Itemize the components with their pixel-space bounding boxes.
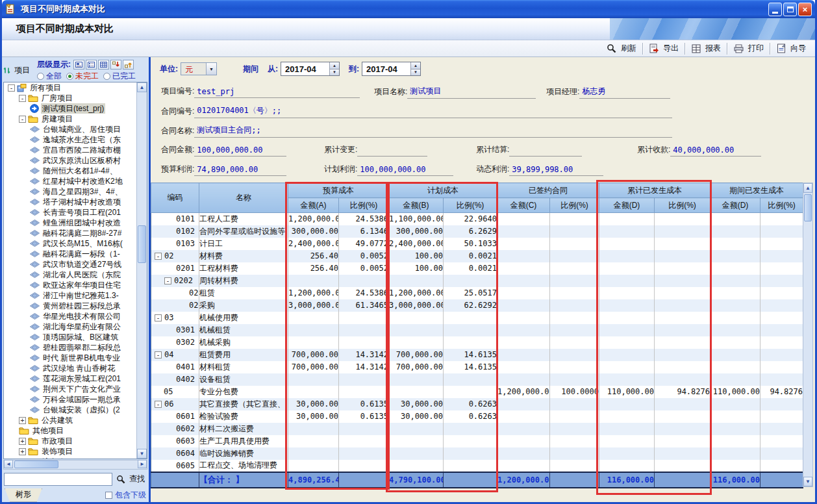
table-row[interactable]: 0103计日工2,400,000.0049.07722,400,000.0050… (151, 238, 803, 250)
table-row[interactable]: 0201工程材料费256.400.0052100.000.0021 (151, 262, 803, 275)
scroll-thumb[interactable] (804, 194, 812, 221)
collapse-icon[interactable]: - (8, 84, 15, 92)
period-to-spinner[interactable]: 2017-04 ▲▼ (362, 62, 421, 76)
expand-icon[interactable]: + (19, 417, 26, 424)
tree-item[interactable]: 黄州碧桂园三标段总承 (4, 301, 136, 311)
col-header-amount-a[interactable]: 金额(A) (288, 198, 339, 213)
spin-up-icon[interactable]: ▲ (411, 62, 420, 69)
col-header-ratio-d2[interactable]: 比例(%) (760, 198, 803, 213)
table-row[interactable]: 05专业分包费1,200,000.00100.0000110,000.0094.… (151, 386, 803, 398)
tree-item[interactable]: 测试项目(test_prj) (4, 103, 136, 114)
tree-item[interactable]: 莲花湖东景城工程(201 (4, 373, 136, 384)
radio-1[interactable] (66, 73, 73, 80)
refresh-projects-icon[interactable] (3, 66, 10, 75)
project-search-input[interactable] (4, 473, 112, 486)
tree-item[interactable]: +装饰项目 (4, 446, 136, 457)
report-button[interactable]: 报表 (686, 42, 726, 55)
tree-item[interactable]: 湖北省人民医院（东院 (4, 270, 136, 280)
tree-item[interactable]: 顶琇国际城、B区建筑 (4, 332, 136, 342)
tree-item[interactable]: 台银城安装（虚拟）(2 (4, 405, 136, 415)
group-header-contract[interactable]: 已签约合同 (497, 183, 599, 198)
tree-view-icon[interactable] (73, 60, 84, 69)
table-row[interactable]: -03机械使用费 (151, 312, 803, 324)
tree-item[interactable]: 武汉市轨道交通27号线 (4, 259, 136, 270)
collapse-icon[interactable]: - (164, 277, 171, 284)
tree-item[interactable]: 长青壹号项目工程(201 (4, 207, 136, 218)
spin-up-icon[interactable]: ▲ (330, 62, 339, 69)
col-header-code[interactable]: 编码 (151, 183, 199, 213)
tree-item[interactable]: 逸城茶水生态住宅（东 (4, 134, 136, 145)
tree-item[interactable]: -厂房项目 (4, 93, 136, 103)
tree-item[interactable]: 武汉绿地 青山香树花 (4, 363, 136, 373)
spin-down-icon[interactable]: ▼ (411, 69, 420, 76)
table-row[interactable]: -02材料费256.400.0052100.000.0021 (151, 250, 803, 262)
table-row[interactable]: 0102合同外零星或临时设施等300,000.006.1346300,000.0… (151, 225, 803, 238)
table-row[interactable]: 0401材料租赁700,000.0014.3142700,000.0014.61… (151, 361, 803, 373)
tree-item[interactable]: 红星村城中村改造K2地 (4, 176, 136, 186)
tree-vertical-scrollbar[interactable]: ▲ ▼ (136, 82, 147, 459)
sort-desc-icon[interactable] (110, 60, 121, 69)
refresh-button[interactable]: 刷新 (601, 42, 642, 55)
tree-item[interactable]: 随州恒大名都1#-4#、 (4, 166, 136, 176)
tree-item[interactable]: 潜江中南世纪雅苑1.3- (4, 290, 136, 301)
tree-item[interactable]: 湖北海华星药业有限公 (4, 321, 136, 332)
tree-item[interactable]: 融科花满庭二期8#-27# (4, 228, 136, 238)
scroll-left-icon[interactable]: ◄ (4, 460, 13, 468)
tree-item[interactable]: 其他项目 (4, 425, 136, 436)
table-row[interactable]: 0604临时设施摊销费 (151, 447, 803, 460)
scroll-up-icon[interactable]: ▲ (137, 82, 147, 92)
expand-icon[interactable]: + (19, 459, 26, 459)
collapse-icon[interactable]: - (155, 314, 162, 321)
tree-item[interactable]: 欧亚达家年华项目住宅 (4, 280, 136, 290)
find-button[interactable]: 查找 (114, 473, 147, 485)
table-row[interactable]: 0402设备租赁 (151, 373, 803, 386)
scroll-thumb[interactable] (14, 460, 58, 468)
print-button[interactable]: 打印 (729, 42, 769, 55)
maximize-button[interactable] (783, 3, 797, 16)
radio-label[interactable]: 未完工 (75, 71, 99, 82)
tree-item[interactable]: -所有项目 (4, 82, 136, 93)
col-header-amount-d[interactable]: 金额(D) (599, 198, 655, 213)
table-row[interactable]: -06其它直接费（其它直接、30,000.000.613530,000.000.… (151, 398, 803, 410)
collapse-icon[interactable]: - (155, 401, 162, 408)
tree-item[interactable]: 碧桂园翡翠郡二标段总 (4, 342, 136, 353)
group-header-budget[interactable]: 预算成本 (288, 183, 389, 198)
tree-item[interactable]: 荆州天下广告文化产业 (4, 384, 136, 394)
group-header-period[interactable]: 期间已发生成本 (710, 183, 803, 198)
group-header-plan[interactable]: 计划成本 (389, 183, 497, 198)
table-row[interactable]: 020租赁1,200,000.0024.53861,200,000.0025.0… (151, 287, 803, 299)
tree-horizontal-scrollbar[interactable]: ◄ ► (3, 460, 147, 470)
tree-item[interactable]: 鲤鱼洲组团城中村改造 (4, 218, 136, 228)
scroll-thumb[interactable] (138, 225, 146, 263)
export-button[interactable]: 导出 (644, 42, 684, 55)
col-header-name[interactable]: 名称 (199, 183, 288, 213)
col-header-ratio-d[interactable]: 比例(%) (655, 198, 710, 213)
col-header-amount-b[interactable]: 金额(B) (389, 198, 444, 213)
scroll-up-icon[interactable]: ▲ (803, 183, 812, 193)
tree-item[interactable]: 融科花满庭一标段（1- (4, 249, 136, 259)
radio-0[interactable] (37, 73, 44, 80)
wizard-button[interactable]: 向导 (772, 42, 811, 55)
radio-2[interactable] (103, 73, 110, 80)
radio-label[interactable]: 全部 (46, 71, 62, 82)
scroll-right-icon[interactable]: ► (138, 460, 147, 468)
collapse-icon[interactable]: - (155, 253, 162, 260)
tree-item[interactable]: 海昌之星四期3#、4#、 (4, 186, 136, 197)
spin-down-icon[interactable]: ▼ (330, 69, 339, 76)
unit-select[interactable]: 元 ▼ (181, 62, 217, 75)
list-view-icon[interactable] (86, 60, 97, 69)
radio-label[interactable]: 已完工 (112, 71, 136, 82)
tree-item[interactable]: +综合体项目 (4, 457, 136, 459)
minimize-button[interactable] (768, 3, 782, 16)
scroll-down-icon[interactable]: ▼ (803, 477, 812, 486)
tab-tree-view[interactable]: 树形 (5, 488, 42, 502)
col-header-ratio-a[interactable]: 比例(%) (339, 198, 389, 213)
col-header-amount-d2[interactable]: 金额(D) (710, 198, 760, 213)
table-row[interactable]: 0601检验试验费30,000.000.613530,000.000.6263 (151, 410, 803, 423)
chevron-down-icon[interactable]: ▼ (206, 63, 216, 75)
table-row[interactable]: 0602材料二次搬运费 (151, 423, 803, 435)
collapse-icon[interactable]: - (19, 116, 26, 123)
expand-icon[interactable]: + (19, 438, 26, 445)
period-from-spinner[interactable]: 2017-04 ▲▼ (281, 62, 340, 76)
tree-item[interactable]: +市政项目 (4, 436, 136, 446)
